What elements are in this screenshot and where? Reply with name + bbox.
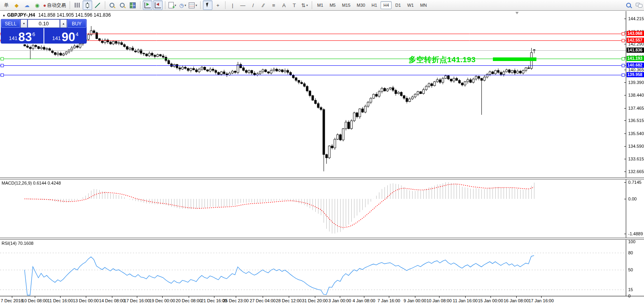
crosshair-icon[interactable]: + (213, 0, 223, 10)
text-label-icon[interactable]: T (290, 0, 299, 10)
line-chart-icon[interactable] (93, 0, 102, 10)
buy-price[interactable]: 141 90 4 (44, 28, 87, 44)
timeframe-w1-button[interactable]: W1 (404, 1, 417, 9)
candlestick-chart-icon[interactable] (83, 0, 92, 10)
panel-splitter-rsi[interactable] (0, 238, 644, 240)
time-axis-tick (162, 296, 163, 298)
time-axis-tick (263, 296, 263, 298)
macd-axis-label: 0.00 (628, 196, 636, 201)
price-chart-canvas[interactable] (0, 11, 626, 177)
time-axis-tick (86, 296, 86, 298)
cursor-icon[interactable] (203, 0, 212, 10)
timeframe-m30-button[interactable]: M30 (354, 1, 368, 9)
arrows-icon[interactable]: ⇅▾ (300, 0, 309, 10)
price-axis-label: 136.515 (628, 118, 644, 123)
symbol-title: GBPJPY-,H4 (7, 12, 35, 18)
chevron-down-icon[interactable]: ▾ (306, 4, 308, 7)
bar-chart-icon[interactable] (72, 0, 82, 10)
trendline-icon[interactable]: / (248, 0, 258, 10)
macd-axis-label: 0.7145 (628, 180, 642, 185)
toolbar-separator (200, 1, 201, 9)
macd-panel-canvas[interactable] (0, 179, 626, 238)
time-axis-tick (340, 296, 340, 298)
signal-icon: ◉ (35, 3, 39, 8)
text-icon[interactable]: A (279, 0, 289, 10)
volume-increase-button[interactable]: ▲ (60, 19, 67, 28)
timeframe-m5-button[interactable]: M5 (327, 1, 338, 9)
time-axis-tick (465, 296, 466, 298)
timeframe-h1-button[interactable]: H1 (369, 1, 380, 9)
timeframe-d1-button[interactable]: D1 (392, 1, 403, 9)
sell-price[interactable]: 141 83 6 (1, 28, 44, 44)
chevron-down-icon[interactable]: ▾ (185, 4, 186, 7)
price-axis-tick (624, 19, 626, 19)
price-axis-tick (624, 44, 626, 44)
price-axis-label: 140.365 (628, 67, 644, 72)
time-axis-tick (12, 296, 12, 298)
price-axis-tick (624, 120, 626, 121)
time-axis-tick (516, 296, 517, 298)
templates-icon (189, 2, 195, 8)
time-axis-tick (289, 296, 289, 298)
timeframe-m15-button[interactable]: M15 (339, 1, 353, 9)
time-axis-tick (439, 296, 439, 298)
sell-price-big: 83 (18, 32, 32, 43)
new-order-button[interactable]: 单 (2, 0, 11, 10)
cloud-sync-icon: ☁ (25, 3, 30, 8)
search-icon[interactable] (624, 0, 633, 10)
chart-window-icon: ◆ (15, 3, 19, 8)
rsi-axis-label: 80 (628, 250, 633, 255)
templates-icon[interactable]: ▾ (188, 0, 198, 10)
auto-trading-button-label: 自动交易 (47, 2, 66, 9)
rsi-panel-canvas[interactable] (0, 240, 626, 296)
zoom-out-icon[interactable] (118, 0, 127, 10)
vertical-line-icon[interactable]: | (228, 0, 237, 10)
chart-window-icon[interactable]: ◆ (12, 0, 21, 10)
indicators-icon[interactable]: ▾ (168, 0, 177, 10)
time-axis-tick (137, 296, 137, 298)
collapse-arrow-icon[interactable]: ▲ (2, 13, 6, 17)
chevron-down-icon[interactable]: ▾ (195, 4, 197, 7)
rsi-axis-label: 100 (628, 239, 635, 244)
tile-windows-icon[interactable] (128, 0, 138, 10)
time-axis-tick (60, 296, 61, 298)
horizontal-line-icon[interactable]: — (238, 0, 248, 10)
time-axis-tick (35, 296, 35, 298)
toolbar-separator (70, 1, 70, 9)
time-axis-tick (236, 296, 236, 298)
toolbar: 单◆☁◉●自动交易▾◷▾▾+|—/∕∕≡AT⇅▾M1M5M15M30H1H4D1… (0, 0, 644, 11)
sell-button[interactable]: SELL (1, 19, 20, 28)
time-axis-tick (214, 296, 214, 298)
buy-button[interactable]: BUY (67, 19, 86, 28)
auto-trading-button[interactable]: ●自动交易 (43, 0, 67, 10)
auto-scroll-icon[interactable] (143, 0, 152, 10)
price-axis-label: 133.615 (628, 156, 644, 161)
time-axis-tick (364, 296, 364, 298)
chart-shift-marker-icon[interactable] (515, 12, 519, 14)
volume-decrease-button[interactable]: ▼ (21, 19, 27, 28)
tile-windows-icon (130, 2, 136, 8)
timeframe-m1-button[interactable]: M1 (314, 1, 326, 9)
fibonacci-icon[interactable]: ≡ (269, 0, 278, 10)
time-axis-tick (315, 296, 315, 298)
timeframe-h4-button[interactable]: H4 (381, 1, 392, 9)
time-axis-label: 17 Jan 16:00 (525, 298, 558, 303)
zoom-out-icon (119, 2, 125, 8)
equidistant-channel-icon[interactable]: ∕∕ (259, 0, 268, 10)
symbol-header: ▲GBPJPY-,H4141.858 141.905 141.596 141.8… (2, 12, 111, 18)
rsi-axis-label: 50 (628, 267, 633, 272)
vertical-line-icon: | (232, 3, 233, 8)
timeframe-mn-button[interactable]: MN (417, 1, 430, 9)
price-level-badge: 142.557 (627, 38, 644, 43)
signal-icon[interactable]: ◉ (32, 0, 42, 10)
volume-input[interactable]: 0.10 (28, 19, 60, 28)
periods-icon[interactable]: ◷▾ (178, 0, 188, 10)
chat-icon[interactable] (634, 0, 644, 10)
panel-splitter-macd[interactable] (0, 177, 644, 179)
cloud-sync-icon[interactable]: ☁ (22, 0, 32, 10)
zoom-in-icon[interactable] (108, 0, 117, 10)
cursor-icon (206, 2, 210, 7)
line-chart-icon (95, 3, 100, 8)
candlestick-chart-icon (85, 2, 90, 8)
chart-shift-icon[interactable] (153, 0, 163, 10)
